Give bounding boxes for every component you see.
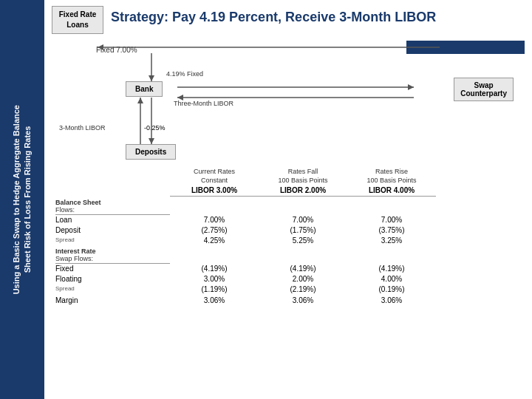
swap-fixed-c1: (4.19%)	[170, 264, 259, 273]
deposit-c1: (2.75%)	[170, 225, 259, 235]
blue-accent-bar	[406, 41, 525, 54]
swap-counterparty-box: Swap Counterparty	[454, 78, 514, 101]
swap-fixed-c2: (4.19%)	[259, 264, 347, 273]
column-headers: Current Rates Constant Rates Fall 100 Ba…	[52, 168, 525, 185]
margin-c1: 3.06%	[170, 296, 259, 305]
svg-marker-11	[137, 98, 143, 103]
loan-c2: 7.00%	[259, 215, 347, 225]
svg-marker-5	[408, 84, 414, 90]
swap-label: Swap	[460, 81, 507, 89]
bs-spread-label: Spread	[52, 236, 170, 245]
loan-label: Loan	[52, 215, 170, 225]
swap-spread-label: Spread	[52, 284, 170, 294]
margin-c3: 3.06%	[347, 296, 436, 305]
sidebar-text: Using a Basic Swap to Hedge Aggregate Ba…	[11, 105, 34, 294]
bs-deposit-row: Deposit (2.75%) (1.75%) (3.75%)	[52, 225, 525, 235]
top-section: Fixed Rate Loans Strategy: Pay 4.19 Perc…	[44, 0, 532, 37]
swap-label2: Counterparty	[460, 89, 507, 98]
swap-fixed-label: Fixed	[52, 264, 170, 273]
swap-floating-c3: 4.00%	[347, 274, 436, 284]
label-419-fixed: 4.19% Fixed	[166, 70, 203, 78]
sidebar: Using a Basic Swap to Hedge Aggregate Ba…	[0, 0, 44, 399]
bs-spread-c2: 5.25%	[259, 236, 347, 245]
swap-floating-c2: 2.00%	[259, 274, 347, 284]
bs-spread-c1: 4.25%	[170, 236, 259, 245]
strategy-title: Strategy: Pay 4.19 Percent, Receive 3-Mo…	[111, 6, 525, 25]
libor-row: LIBOR 3.00% LIBOR 2.00% LIBOR 4.00%	[52, 186, 525, 197]
swap-floating-c1: 3.00%	[170, 274, 259, 284]
swap-spread-row: Spread (1.19%) (2.19%) (0.19%)	[52, 284, 525, 294]
swap-floating-row: Floating 3.00% 2.00% 4.00%	[52, 274, 525, 284]
section2-label: Interest Rate Swap Flows:	[52, 248, 525, 264]
bank-box: Bank	[126, 81, 163, 97]
swap-fixed-c3: (4.19%)	[347, 264, 436, 273]
bs-spread-row: Spread 4.25% 5.25% 3.25%	[52, 236, 525, 245]
loan-c1: 7.00%	[170, 215, 259, 225]
three-month-libor-label: Three-Month LIBOR	[174, 100, 233, 107]
col2-header: Rates Fall 100 Basis Points	[259, 168, 347, 185]
diagram: Fixed 7.00% 4.19% Fixed Bank Swap Counte…	[44, 37, 532, 166]
margin-c2: 3.06%	[259, 296, 347, 305]
svg-marker-9	[149, 138, 154, 144]
fixed-value-label: Fixed 7.00%	[96, 46, 137, 54]
fixed-rate-box: Fixed Rate Loans	[52, 6, 103, 34]
deposit-c3: (3.75%)	[347, 225, 436, 235]
deposit-c2: (1.75%)	[259, 225, 347, 235]
bs-spread-c3: 3.25%	[347, 236, 436, 245]
margin-label: Margin	[52, 296, 170, 305]
libor-label-empty	[52, 186, 170, 197]
loans-label: Loans	[58, 20, 97, 30]
swap-spread-c2: (2.19%)	[259, 284, 347, 294]
table-area: Current Rates Constant Rates Fall 100 Ba…	[44, 166, 532, 399]
main-content: Fixed Rate Loans Strategy: Pay 4.19 Perc…	[44, 0, 532, 399]
libor-col2: LIBOR 2.00%	[259, 186, 347, 197]
libor-col1: LIBOR 3.00%	[170, 186, 259, 197]
svg-marker-1	[149, 75, 154, 81]
fixed-rate-label: Fixed Rate	[58, 10, 97, 20]
bs-loan-row: Loan 7.00% 7.00% 7.00%	[52, 215, 525, 225]
deposits-box: Deposits	[126, 144, 176, 160]
minus-label: -0.25%	[144, 124, 166, 132]
section2-title: Interest Rate	[55, 248, 525, 255]
section2-sub: Swap Flows:	[55, 255, 170, 264]
section1-title: Balance Sheet	[55, 199, 525, 206]
libor-left-label: 3-Month LIBOR	[59, 124, 106, 132]
swap-spread-c1: (1.19%)	[170, 284, 259, 294]
col0-header	[52, 168, 170, 185]
margin-row: Margin 3.06% 3.06% 3.06%	[52, 296, 525, 305]
loan-c3: 7.00%	[347, 215, 436, 225]
swap-spread-c3: (0.19%)	[347, 284, 436, 294]
swap-fixed-row: Fixed (4.19%) (4.19%) (4.19%)	[52, 264, 525, 273]
section1-label: Balance Sheet Flows:	[52, 199, 525, 215]
flow-area: Fixed 7.00% 4.19% Fixed Bank Swap Counte…	[52, 37, 525, 163]
col3-header: Rates Rise 100 Basis Points	[347, 168, 436, 185]
col1-header: Current Rates Constant	[170, 168, 259, 185]
libor-col3: LIBOR 4.00%	[347, 186, 436, 197]
swap-floating-label: Floating	[52, 274, 170, 284]
section1-sub: Flows:	[55, 206, 170, 215]
deposit-label: Deposit	[52, 225, 170, 235]
